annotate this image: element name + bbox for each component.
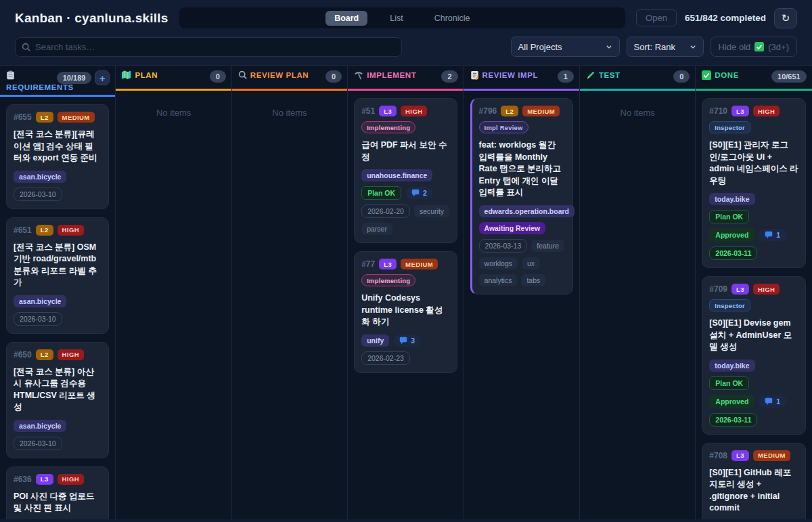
badge-l3: L3 bbox=[731, 284, 749, 295]
sort-select[interactable]: Sort: Rank bbox=[627, 37, 704, 57]
pill-tag: security bbox=[414, 205, 449, 217]
search-input[interactable] bbox=[35, 42, 395, 52]
column-header-test: TEST0 bbox=[580, 66, 695, 89]
task-card[interactable]: #650L2HIGH[전국 코스 분류] 아산시 유사그룹 검수용 HTML/C… bbox=[6, 342, 109, 458]
sort-value: Sort: Rank bbox=[634, 42, 675, 52]
pill-ok: Plan OK bbox=[709, 376, 749, 390]
pill-tag: analytics bbox=[479, 274, 518, 286]
badge-impl-review: Impl Review bbox=[479, 121, 528, 133]
comment-icon bbox=[399, 336, 407, 345]
search-icon bbox=[22, 43, 30, 51]
badge-high: HIGH bbox=[58, 225, 84, 236]
task-id: #77 bbox=[361, 259, 375, 269]
column-header-done: DONE10/651 bbox=[696, 66, 811, 89]
open-button[interactable]: Open bbox=[636, 9, 677, 26]
task-id: #709 bbox=[709, 284, 727, 294]
column-label: TEST bbox=[599, 71, 621, 79]
column-header-review-plan: REVIEW PLAN0 bbox=[232, 66, 347, 89]
pill-tag: parser bbox=[361, 223, 392, 235]
magnifier-icon bbox=[238, 70, 247, 79]
comment-count-pill: 2 bbox=[405, 187, 433, 199]
refresh-button[interactable]: ↻ bbox=[774, 8, 797, 28]
hide-old-toggle[interactable]: Hide old (3d+) bbox=[710, 37, 797, 57]
column-header-plan: PLAN0 bbox=[116, 66, 231, 89]
badge-l3: L3 bbox=[36, 474, 53, 485]
tab-chronicle[interactable]: Chronicle bbox=[426, 11, 479, 26]
chevron-down-icon bbox=[690, 43, 696, 50]
task-card[interactable]: #651L2HIGH[전국 코스 분류] OSM 기반 road/gravel/… bbox=[6, 217, 109, 334]
badge-l2: L2 bbox=[501, 106, 518, 116]
kanban-board: REQUIREMENTS10/189+#655L2MEDIUM[전국 코스 분류… bbox=[0, 65, 812, 519]
task-card[interactable]: #796L2MEDIUMImpl Reviewfeat: worklogs 월간… bbox=[470, 98, 573, 295]
task-card[interactable]: #708L3MEDIUM[S0][E1] GitHub 레포지토리 생성 + .… bbox=[702, 443, 805, 520]
badge-high: HIGH bbox=[401, 106, 427, 116]
search-box[interactable] bbox=[15, 37, 402, 57]
column-body-plan: No items bbox=[116, 91, 231, 519]
empty-placeholder: No items bbox=[238, 108, 341, 118]
task-title: Unify Codesys runtime license 활성화 하기 bbox=[361, 292, 449, 328]
comment-count: 2 bbox=[423, 189, 427, 197]
comment-icon bbox=[765, 231, 773, 239]
badge-l2: L2 bbox=[36, 112, 53, 123]
memo-icon bbox=[470, 70, 479, 80]
task-card[interactable]: #710L3HIGHInspector[S0][E1] 관리자 로그인/로그아웃… bbox=[702, 98, 805, 268]
comment-count-pill: 3 bbox=[393, 334, 421, 347]
task-id: #636 bbox=[14, 475, 32, 484]
hide-old-suffix: (3d+) bbox=[768, 42, 789, 52]
task-id: #655 bbox=[14, 112, 32, 122]
task-card[interactable]: #77L3MEDIUMImplementingUnify Codesys run… bbox=[354, 251, 457, 373]
pill-date: 2026-03-10 bbox=[14, 312, 62, 326]
empty-placeholder: No items bbox=[122, 108, 225, 118]
pill-project: asan.bicycle bbox=[14, 420, 66, 432]
comment-count: 1 bbox=[776, 397, 780, 406]
chevron-down-icon bbox=[606, 43, 612, 50]
task-id: #651 bbox=[14, 225, 32, 235]
badge-inspector: Inspector bbox=[709, 121, 750, 133]
task-card[interactable]: #636L3HIGHPOI 사진 다중 업로드 및 사진 핀 표시asan.bi… bbox=[6, 466, 109, 520]
column-count-badge: 2 bbox=[441, 70, 457, 83]
column-header-review-impl: REVIEW IMPL1 bbox=[464, 66, 579, 89]
column-review-plan: REVIEW PLAN0No items bbox=[232, 66, 348, 519]
task-card[interactable]: #51L3HIGHImplementing급여 PDF 파서 보안 수정unah… bbox=[354, 98, 457, 243]
column-header-requirements: REQUIREMENTS10/189+ bbox=[0, 66, 115, 95]
task-id: #710 bbox=[709, 106, 727, 116]
badge-high: HIGH bbox=[58, 349, 84, 360]
pickaxe-icon bbox=[354, 70, 363, 80]
column-implement: IMPLEMENT2#51L3HIGHImplementing급여 PDF 파서… bbox=[348, 66, 464, 519]
column-body-test: No items bbox=[580, 91, 695, 519]
task-title: [S0][E1] Devise gem 설치 + AdminUser 모델 생성 bbox=[709, 318, 798, 353]
task-card[interactable]: #709L3HIGHInspector[S0][E1] Devise gem 설… bbox=[702, 276, 805, 435]
pill-tag: tabs bbox=[521, 274, 545, 286]
tab-list[interactable]: List bbox=[381, 11, 411, 26]
column-done: DONE10/651#710L3HIGHInspector[S0][E1] 관리… bbox=[696, 66, 811, 519]
badge-medium: MEDIUM bbox=[522, 106, 560, 116]
pill-dategreen: 2026-03-11 bbox=[709, 246, 757, 260]
pill-project: asan.bicycle bbox=[14, 171, 66, 183]
column-body-review-impl: #796L2MEDIUMImpl Reviewfeat: worklogs 월간… bbox=[464, 91, 579, 519]
badge-l3: L3 bbox=[379, 259, 397, 269]
column-count-badge: 10/189 bbox=[57, 72, 92, 84]
comment-icon bbox=[411, 189, 420, 197]
pill-date: 2026-03-10 bbox=[14, 437, 62, 450]
pill-ok: Plan OK bbox=[709, 210, 749, 223]
add-task-button[interactable]: + bbox=[95, 70, 110, 85]
task-title: 급여 PDF 파서 보안 수정 bbox=[361, 139, 449, 163]
task-title: [S0][E1] 관리자 로그인/로그아웃 UI + admin 네임스페이스 … bbox=[709, 139, 798, 187]
pill-ok: Plan OK bbox=[361, 186, 401, 200]
comment-icon bbox=[765, 397, 773, 406]
task-id: #796 bbox=[479, 106, 497, 116]
task-title: [S0][E1] GitHub 레포지토리 생성 + .gitignore + … bbox=[709, 467, 798, 515]
column-body-implement: #51L3HIGHImplementing급여 PDF 파서 보안 수정unah… bbox=[348, 91, 463, 519]
column-label: IMPLEMENT bbox=[367, 71, 416, 79]
pill-project: edwards.operation.board bbox=[479, 205, 574, 217]
task-card[interactable]: #655L2MEDIUM[전국 코스 분류][큐레이션 앱] 검수 상태 필터와… bbox=[6, 104, 109, 209]
comment-count-pill: 1 bbox=[759, 395, 786, 408]
pill-approved: Approved bbox=[709, 228, 754, 242]
badge-implementing: Implementing bbox=[361, 274, 415, 286]
project-filter-select[interactable]: All Projects bbox=[511, 37, 620, 57]
column-count-badge: 0 bbox=[210, 70, 226, 83]
tab-board[interactable]: Board bbox=[325, 11, 367, 26]
pill-date: 2026-03-13 bbox=[479, 239, 528, 253]
column-count-badge: 1 bbox=[558, 70, 574, 83]
column-label: REVIEW PLAN bbox=[250, 71, 309, 79]
